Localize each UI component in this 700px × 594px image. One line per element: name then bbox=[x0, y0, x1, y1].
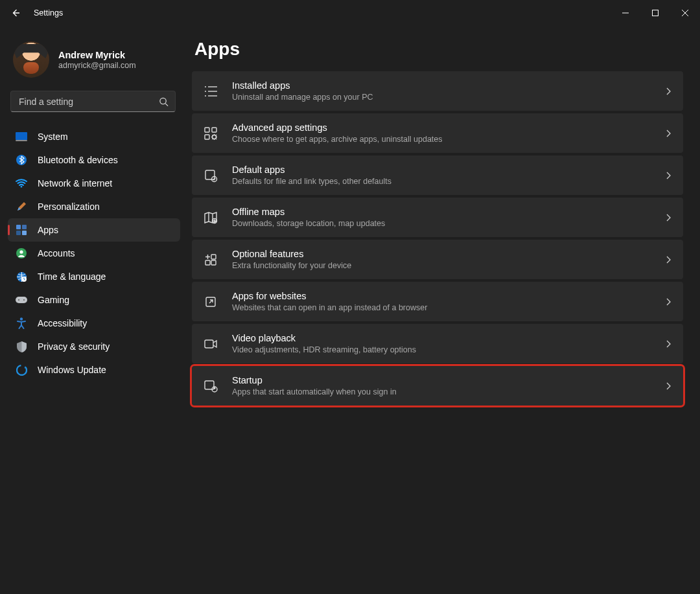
card-subtitle: Uninstall and manage apps on your PC bbox=[232, 92, 651, 103]
shield-icon bbox=[16, 341, 27, 352]
chevron-right-icon bbox=[665, 213, 671, 222]
svg-point-16 bbox=[23, 299, 25, 301]
sidebar-item-label: Accounts bbox=[38, 248, 75, 258]
svg-rect-24 bbox=[205, 135, 209, 139]
card-title: Optional features bbox=[232, 248, 651, 260]
card-title: Apps for websites bbox=[232, 290, 651, 302]
update-icon bbox=[16, 364, 27, 376]
svg-point-20 bbox=[205, 91, 206, 92]
gaming-icon bbox=[16, 294, 27, 306]
page-title: Apps bbox=[194, 39, 683, 60]
close-icon bbox=[682, 10, 688, 16]
sidebar-item-label: Personalization bbox=[38, 201, 100, 212]
card-offline-maps[interactable]: Offline maps Downloads, storage location… bbox=[192, 198, 683, 237]
main-content: Apps Installed apps Uninstall and manage… bbox=[188, 26, 700, 594]
clock-globe-icon bbox=[16, 271, 27, 282]
video-icon bbox=[204, 337, 218, 351]
sidebar-item-label: Privacy & security bbox=[38, 341, 110, 352]
svg-rect-31 bbox=[211, 260, 216, 265]
svg-rect-3 bbox=[16, 140, 27, 141]
default-apps-icon bbox=[204, 168, 218, 183]
profile-email: admyrick@gmail.com bbox=[58, 61, 136, 70]
minimize-icon bbox=[622, 10, 629, 16]
bluetooth-icon bbox=[16, 154, 27, 166]
chevron-right-icon bbox=[665, 382, 671, 391]
sidebar-item-label: Accessibility bbox=[38, 318, 87, 328]
card-title: Video playback bbox=[232, 332, 651, 344]
sidebar-item-system[interactable]: System bbox=[8, 125, 180, 148]
svg-rect-9 bbox=[22, 231, 27, 235]
apps-icon bbox=[16, 224, 27, 236]
svg-point-1 bbox=[160, 98, 166, 104]
maximize-button[interactable] bbox=[640, 0, 670, 26]
card-subtitle: Extra functionality for your device bbox=[232, 260, 651, 271]
svg-point-5 bbox=[21, 186, 23, 188]
svg-rect-6 bbox=[16, 225, 21, 229]
card-subtitle: Websites that can open in an app instead… bbox=[232, 303, 651, 314]
card-installed-apps[interactable]: Installed apps Uninstall and manage apps… bbox=[192, 71, 683, 111]
profile-name: Andrew Myrick bbox=[58, 50, 136, 60]
card-title: Advanced app settings bbox=[232, 122, 651, 133]
search-box[interactable] bbox=[10, 91, 176, 112]
sidebar-item-privacy[interactable]: Privacy & security bbox=[8, 335, 180, 358]
startup-icon bbox=[204, 379, 218, 393]
nav-list: System Bluetooth & devices Network & int… bbox=[5, 122, 183, 384]
svg-rect-7 bbox=[22, 225, 27, 229]
svg-point-21 bbox=[205, 95, 206, 97]
sidebar-item-bluetooth[interactable]: Bluetooth & devices bbox=[8, 148, 180, 172]
sidebar: Andrew Myrick admyrick@gmail.com System bbox=[0, 26, 188, 594]
card-title: Installed apps bbox=[232, 80, 651, 91]
profile-block[interactable]: Andrew Myrick admyrick@gmail.com bbox=[5, 31, 183, 91]
sidebar-item-windows-update[interactable]: Windows Update bbox=[8, 358, 180, 382]
accounts-icon bbox=[16, 247, 27, 259]
sidebar-item-label: Bluetooth & devices bbox=[38, 155, 118, 165]
back-button[interactable] bbox=[8, 5, 23, 21]
svg-rect-0 bbox=[653, 10, 659, 16]
sidebar-item-label: Windows Update bbox=[38, 365, 106, 375]
card-optional-features[interactable]: Optional features Extra functionality fo… bbox=[192, 240, 683, 279]
card-apps-for-websites[interactable]: Apps for websites Websites that can open… bbox=[192, 282, 683, 321]
sidebar-item-time-language[interactable]: Time & language bbox=[8, 265, 180, 288]
map-icon bbox=[204, 211, 218, 225]
arrow-left-icon bbox=[10, 8, 21, 18]
svg-rect-23 bbox=[212, 128, 216, 132]
avatar bbox=[13, 41, 49, 78]
svg-rect-14 bbox=[16, 297, 27, 303]
card-title: Offline maps bbox=[232, 206, 651, 218]
svg-rect-8 bbox=[16, 231, 21, 235]
sidebar-item-gaming[interactable]: Gaming bbox=[8, 288, 180, 312]
card-default-apps[interactable]: Default apps Defaults for file and link … bbox=[192, 155, 683, 195]
card-advanced-app-settings[interactable]: Advanced app settings Choose where to ge… bbox=[192, 113, 683, 153]
svg-point-15 bbox=[18, 299, 19, 301]
search-input[interactable] bbox=[19, 97, 153, 107]
sidebar-item-accounts[interactable]: Accounts bbox=[8, 242, 180, 265]
minimize-button[interactable] bbox=[611, 0, 640, 26]
sidebar-item-accessibility[interactable]: Accessibility bbox=[8, 312, 180, 335]
sidebar-item-apps[interactable]: Apps bbox=[8, 218, 180, 242]
sidebar-item-label: Apps bbox=[38, 225, 58, 235]
chevron-right-icon bbox=[665, 297, 671, 306]
svg-point-17 bbox=[20, 317, 23, 320]
system-icon bbox=[16, 131, 27, 143]
sidebar-item-network[interactable]: Network & internet bbox=[8, 172, 180, 195]
card-video-playback[interactable]: Video playback Video adjustments, HDR st… bbox=[192, 324, 683, 363]
sidebar-item-personalization[interactable]: Personalization bbox=[8, 195, 180, 218]
svg-point-11 bbox=[19, 250, 23, 253]
close-button[interactable] bbox=[670, 0, 700, 26]
card-startup[interactable]: Startup Apps that start automatically wh… bbox=[192, 366, 683, 406]
card-title: Default apps bbox=[232, 164, 651, 176]
paintbrush-icon bbox=[16, 201, 27, 212]
card-subtitle: Apps that start automatically when you s… bbox=[232, 387, 651, 398]
svg-rect-22 bbox=[205, 128, 209, 132]
svg-rect-33 bbox=[205, 340, 213, 348]
open-external-icon bbox=[204, 295, 218, 309]
svg-point-19 bbox=[205, 86, 206, 87]
sidebar-item-label: Gaming bbox=[38, 295, 69, 305]
search-icon bbox=[159, 97, 169, 106]
card-title: Startup bbox=[232, 374, 651, 386]
chevron-right-icon bbox=[665, 129, 671, 138]
installed-apps-icon bbox=[204, 84, 218, 98]
sidebar-item-label: Network & internet bbox=[38, 178, 112, 188]
card-subtitle: Defaults for file and link types, other … bbox=[232, 176, 651, 187]
window-controls bbox=[611, 0, 700, 26]
